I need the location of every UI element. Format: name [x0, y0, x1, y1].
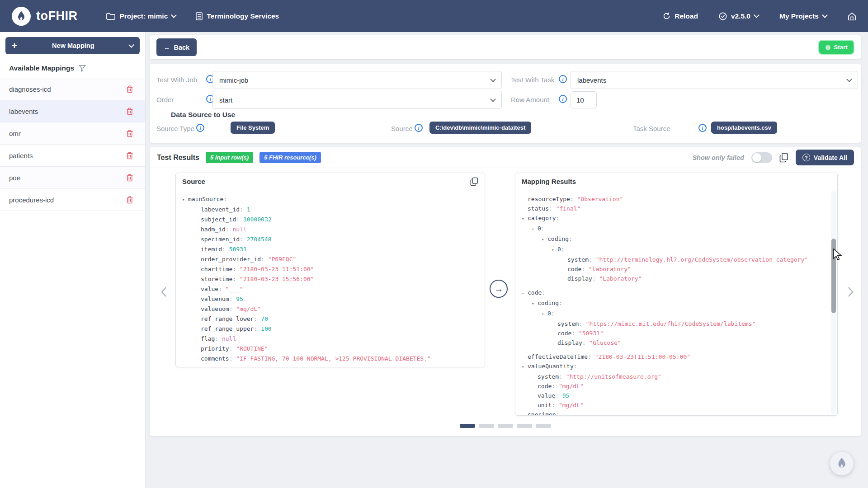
- test-with-task-label: Test With Task: [511, 76, 554, 84]
- mapping-name: diagnoses-icd: [9, 85, 51, 93]
- code-value: "IF FASTING, 70-100 NORMAL, >125 PROVISI…: [236, 355, 430, 362]
- info-icon[interactable]: i: [698, 124, 707, 132]
- code-value: "2180-03-23 15:56:00": [240, 276, 314, 282]
- copy-results-button[interactable]: [779, 153, 788, 163]
- my-projects-menu[interactable]: My Projects: [779, 12, 827, 20]
- delete-mapping-button[interactable]: [126, 130, 133, 137]
- terminology-services-link[interactable]: Terminology Services: [196, 12, 279, 20]
- code-key: priority: [201, 345, 229, 352]
- task-source-chip[interactable]: hosp/labevents.csv: [711, 122, 777, 134]
- reload-button[interactable]: Reload: [663, 12, 698, 20]
- code-value: null: [232, 226, 246, 233]
- filter-funnel-icon[interactable]: [79, 65, 86, 72]
- collapse-caret-icon[interactable]: ▾: [182, 195, 188, 205]
- code-line: storetime: "2180-03-23 15:56:00": [178, 274, 482, 284]
- code-colon: :: [240, 206, 247, 213]
- code-colon: :: [570, 196, 577, 202]
- brand[interactable]: toFHIR: [12, 7, 77, 26]
- check-circle-icon: [719, 12, 727, 20]
- version-label: v2.5.0: [731, 12, 750, 20]
- code-key: category: [528, 215, 556, 221]
- carousel-page-dot[interactable]: [536, 424, 551, 428]
- trash-icon: [126, 130, 133, 137]
- code-colon: :: [579, 320, 586, 327]
- info-icon[interactable]: i: [559, 95, 567, 103]
- project-label: Project: mimic: [119, 12, 168, 20]
- scrollbar-thumb[interactable]: [831, 239, 836, 313]
- carousel-page-dot[interactable]: [479, 424, 494, 428]
- mapping-list-item[interactable]: patients: [0, 145, 145, 167]
- info-icon[interactable]: i: [415, 124, 423, 132]
- carousel-next-button[interactable]: [848, 286, 854, 297]
- back-button[interactable]: ← Back: [156, 38, 197, 56]
- collapse-caret-icon[interactable]: ▾: [522, 214, 528, 224]
- source-type-chip[interactable]: File System: [231, 122, 275, 134]
- collapse-caret-icon[interactable]: ▾: [522, 289, 528, 298]
- collapse-caret-icon[interactable]: ▾: [542, 310, 547, 319]
- source-panel-title: Source: [182, 178, 205, 185]
- validate-all-button[interactable]: ? Validate All: [796, 150, 854, 165]
- code-value: "mg/dL": [236, 305, 261, 312]
- code-value: 10000032: [243, 216, 272, 223]
- code-colon: :: [551, 310, 558, 317]
- carousel-prev-button[interactable]: [160, 286, 167, 297]
- mapping-list-item[interactable]: diagnoses-icd: [0, 78, 145, 100]
- row-amount-input[interactable]: [571, 91, 597, 108]
- mapping-list-item[interactable]: labevents: [0, 100, 145, 122]
- code-line: unit: "mg/dL": [517, 400, 835, 410]
- source-path-chip[interactable]: C:\dev\db\mimic\mimic-data\test: [429, 122, 531, 134]
- home-button[interactable]: [848, 12, 856, 20]
- new-mapping-button[interactable]: + New Mapping: [5, 37, 140, 54]
- mapping-list-item[interactable]: procedures-icd: [0, 189, 145, 211]
- collapse-caret-icon[interactable]: ▾: [532, 225, 538, 234]
- info-icon[interactable]: i: [559, 75, 567, 83]
- collapse-caret-icon[interactable]: ▾: [532, 299, 538, 309]
- order-select[interactable]: start: [212, 91, 502, 109]
- row-amount-label: Row Amount: [511, 96, 549, 103]
- mapping-name: procedures-icd: [9, 196, 54, 204]
- mapping-name: poe: [9, 174, 20, 182]
- code-colon: :: [559, 373, 566, 380]
- delete-mapping-button[interactable]: [126, 108, 133, 115]
- code-line: ▾0:: [517, 224, 835, 234]
- version-menu[interactable]: v2.5.0: [719, 12, 759, 20]
- code-value: 2704548: [247, 236, 272, 243]
- carousel-page-dot[interactable]: [498, 424, 513, 428]
- new-mapping-label: New Mapping: [17, 42, 129, 49]
- collapse-caret-icon[interactable]: ▾: [552, 245, 557, 255]
- collapse-caret-icon[interactable]: ▾: [522, 362, 528, 372]
- collapse-caret-icon[interactable]: ▾: [522, 411, 528, 416]
- folder-icon: [106, 13, 115, 20]
- trash-icon: [126, 85, 133, 93]
- available-mappings-title: Available Mappings: [9, 64, 74, 72]
- code-key: 0: [547, 310, 551, 317]
- copy-source-button[interactable]: [470, 177, 478, 186]
- floating-flame-button[interactable]: [830, 452, 854, 475]
- mapping-list-item[interactable]: omr: [0, 122, 145, 145]
- delete-mapping-button[interactable]: [126, 196, 133, 204]
- carousel-page-dot[interactable]: [460, 424, 475, 428]
- carousel-page-dot[interactable]: [517, 424, 532, 428]
- mapping-list-item[interactable]: poe: [0, 167, 145, 189]
- project-menu[interactable]: Project: mimic: [106, 12, 176, 20]
- code-colon: :: [229, 296, 236, 302]
- code-key: status: [528, 205, 549, 212]
- code-key: code: [567, 266, 581, 272]
- delete-mapping-button[interactable]: [126, 152, 133, 160]
- trash-icon: [126, 196, 133, 204]
- show-only-failed-toggle[interactable]: [751, 152, 772, 163]
- delete-mapping-button[interactable]: [126, 174, 133, 182]
- collapse-caret-icon[interactable]: ▾: [542, 235, 547, 244]
- code-line: labevent_id: 1: [178, 205, 482, 215]
- code-line: ref_range_upper: 100: [178, 324, 482, 334]
- test-with-job-select[interactable]: mimic-job: [212, 71, 502, 89]
- code-key: 0: [538, 225, 541, 232]
- start-button[interactable]: ⚙ Start: [818, 40, 854, 55]
- chevron-down-icon: [171, 12, 177, 18]
- mapping-name: patients: [9, 152, 33, 160]
- info-icon[interactable]: i: [196, 124, 204, 132]
- delete-mapping-button[interactable]: [126, 85, 133, 93]
- test-results-title: Test Results: [157, 154, 199, 162]
- test-with-task-select[interactable]: labevents: [571, 71, 858, 89]
- next-result-button[interactable]: →: [490, 280, 508, 298]
